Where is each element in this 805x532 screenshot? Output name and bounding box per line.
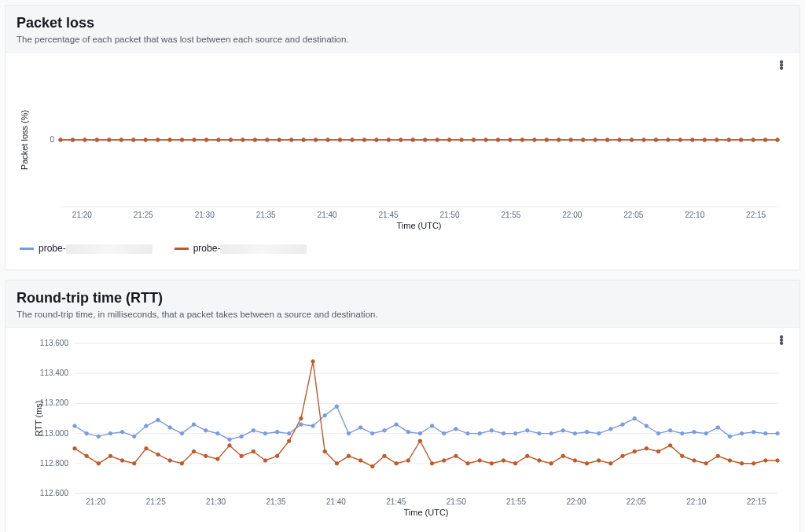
svg-point-90: [217, 138, 220, 141]
legend-item-a[interactable]: probe-: [20, 243, 153, 254]
svg-point-169: [133, 435, 136, 438]
svg-point-249: [371, 464, 374, 468]
svg-point-175: [204, 429, 207, 432]
svg-point-108: [436, 138, 439, 141]
svg-point-134: [752, 138, 755, 141]
svg-text:21:55: 21:55: [506, 497, 526, 506]
svg-point-85: [156, 138, 159, 141]
svg-point-261: [513, 462, 516, 465]
svg-point-87: [180, 138, 183, 141]
svg-point-206: [573, 431, 576, 435]
svg-point-221: [752, 430, 755, 433]
svg-point-196: [454, 427, 458, 431]
svg-point-120: [581, 138, 584, 141]
svg-point-176: [216, 431, 219, 435]
svg-point-217: [704, 431, 708, 435]
svg-point-179: [252, 429, 255, 432]
svg-point-82: [119, 138, 123, 141]
svg-point-130: [703, 138, 706, 141]
svg-point-79: [83, 138, 86, 141]
svg-point-93: [253, 138, 256, 141]
svg-point-212: [645, 424, 648, 427]
svg-point-262: [526, 454, 529, 457]
svg-text:22:05: 22:05: [623, 211, 643, 219]
svg-point-198: [478, 431, 481, 435]
svg-point-253: [418, 439, 421, 442]
svg-point-180: [263, 431, 266, 435]
svg-point-200: [502, 431, 505, 435]
svg-point-114: [509, 138, 512, 141]
svg-point-235: [204, 454, 207, 457]
svg-point-190: [383, 429, 386, 432]
svg-point-245: [323, 449, 326, 453]
svg-point-276: [693, 459, 696, 462]
svg-point-184: [311, 424, 314, 427]
svg-point-172: [168, 426, 171, 429]
legend-item-b[interactable]: probe-: [175, 243, 307, 254]
svg-point-106: [411, 138, 414, 141]
svg-point-241: [275, 454, 278, 457]
svg-point-164: [73, 424, 76, 427]
svg-point-104: [387, 138, 390, 141]
svg-point-78: [71, 138, 74, 141]
svg-point-197: [466, 431, 469, 435]
svg-text:21:50: 21:50: [439, 211, 459, 219]
svg-point-185: [323, 413, 326, 416]
svg-text:21:55: 21:55: [501, 211, 520, 219]
svg-point-193: [418, 431, 421, 435]
svg-point-167: [108, 431, 112, 435]
svg-text:113.000: 113.000: [40, 429, 69, 438]
svg-point-226: [97, 462, 100, 465]
svg-point-224: [73, 447, 76, 450]
svg-text:22:15: 22:15: [746, 211, 766, 219]
svg-point-240: [263, 459, 266, 462]
svg-point-204: [550, 431, 553, 435]
svg-point-252: [406, 459, 410, 462]
svg-point-171: [156, 418, 160, 421]
svg-point-202: [526, 429, 529, 432]
svg-point-267: [585, 462, 588, 465]
svg-point-123: [618, 138, 621, 141]
svg-point-247: [347, 454, 350, 457]
svg-point-243: [300, 416, 303, 420]
svg-text:0: 0: [50, 135, 54, 144]
rtt-menu-button[interactable]: •••: [774, 336, 788, 350]
svg-point-118: [557, 138, 561, 141]
svg-text:21:45: 21:45: [379, 211, 399, 219]
svg-point-203: [538, 431, 541, 435]
svg-point-216: [693, 430, 696, 433]
svg-text:22:00: 22:00: [566, 497, 586, 506]
packet-loss-menu-button[interactable]: •••: [774, 61, 788, 75]
svg-point-215: [681, 431, 684, 435]
svg-point-115: [520, 138, 524, 141]
svg-point-91: [229, 138, 232, 141]
svg-point-187: [347, 431, 350, 435]
svg-point-232: [168, 459, 171, 462]
svg-text:21:35: 21:35: [256, 211, 276, 219]
svg-point-192: [406, 430, 410, 433]
rtt-card: Round-trip time (RTT) The round-trip tim…: [5, 280, 800, 532]
svg-point-228: [120, 459, 123, 462]
svg-point-92: [241, 138, 244, 141]
svg-text:22:10: 22:10: [685, 211, 704, 219]
svg-text:RTT (ms): RTT (ms): [34, 400, 43, 436]
svg-point-103: [375, 138, 378, 141]
svg-point-102: [362, 138, 366, 141]
svg-point-182: [288, 431, 291, 435]
legend-swatch-b: [175, 248, 189, 250]
svg-point-183: [300, 423, 303, 426]
svg-point-186: [335, 405, 338, 408]
svg-point-166: [97, 435, 100, 438]
svg-point-99: [326, 138, 329, 141]
rtt-chart: 112.600112.800113.000113.200113.400113.6…: [13, 332, 792, 525]
rtt-body: ••• 112.600112.800113.000113.200113.4001…: [6, 328, 799, 532]
svg-text:21:30: 21:30: [195, 211, 215, 219]
svg-point-268: [597, 459, 601, 462]
svg-text:21:50: 21:50: [447, 497, 466, 506]
svg-point-205: [561, 429, 564, 432]
svg-text:22:00: 22:00: [562, 211, 582, 219]
svg-point-230: [145, 447, 148, 450]
svg-point-233: [180, 462, 183, 465]
svg-point-168: [120, 430, 123, 433]
svg-point-95: [278, 138, 281, 141]
